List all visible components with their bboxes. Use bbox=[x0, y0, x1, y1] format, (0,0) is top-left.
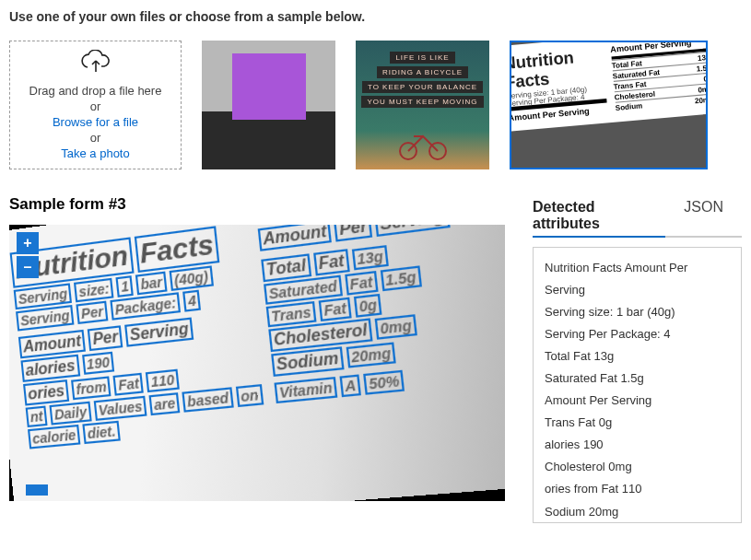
ocr-token: 4 bbox=[183, 290, 202, 312]
ocr-token: diet. bbox=[83, 421, 121, 444]
sticky-note-icon bbox=[232, 53, 306, 120]
ocr-token: Daily bbox=[50, 402, 92, 426]
poster-line: RIDING A BICYCLE bbox=[377, 66, 468, 78]
ocr-token: (40g) bbox=[170, 265, 214, 291]
detected-line: Amount Per Serving bbox=[545, 390, 730, 412]
detected-line: Cholesterol 0mg bbox=[545, 456, 730, 478]
ocr-token: 1 bbox=[116, 275, 134, 298]
ocr-token: from bbox=[71, 376, 111, 400]
or-text-1: or bbox=[90, 99, 101, 113]
upload-row: Drag and drop a file here or Browse for … bbox=[9, 41, 742, 169]
sample-thumbnail-3[interactable]: Nutrition Facts Serving size: 1 bar (40g… bbox=[510, 41, 708, 169]
ocr-token: 190 bbox=[82, 352, 114, 375]
nutrition-label-thumb: Nutrition Facts Serving size: 1 bar (40g… bbox=[510, 41, 708, 132]
ocr-token: Amount bbox=[258, 225, 333, 251]
detected-line: Serving Per Package: 4 bbox=[545, 323, 730, 345]
ocr-token: 20mg bbox=[346, 342, 396, 368]
ocr-token: 50% bbox=[363, 370, 405, 395]
ocr-token: calorie bbox=[28, 425, 80, 449]
sample-thumbnail-1[interactable] bbox=[202, 41, 335, 169]
browse-link[interactable]: Browse for a file bbox=[53, 115, 138, 129]
ocr-token: based bbox=[182, 387, 234, 412]
ocr-token: are bbox=[149, 392, 181, 415]
ocr-token: Sodium bbox=[271, 346, 344, 377]
detected-line: Sodium 20mg bbox=[545, 501, 730, 523]
zoom-out-button[interactable]: – bbox=[17, 256, 39, 278]
detected-line: Trans Fat 0g bbox=[545, 412, 730, 434]
ocr-token: Per bbox=[334, 225, 372, 242]
ocr-token: Serving bbox=[16, 305, 75, 332]
detected-line: Saturated Fat 1.5g bbox=[545, 368, 730, 390]
ocr-token: on bbox=[236, 384, 264, 407]
ocr-token: Fat bbox=[113, 373, 144, 396]
poster-line: TO KEEP YOUR BALANCE bbox=[362, 81, 483, 93]
ocr-token: Serving bbox=[374, 225, 450, 237]
cloud-upload-icon bbox=[79, 50, 112, 76]
ocr-token: nt bbox=[26, 405, 48, 427]
bicycle-icon bbox=[395, 127, 451, 160]
ocr-token: Vitamin bbox=[274, 377, 337, 403]
or-text-2: or bbox=[90, 131, 101, 145]
form-title: Sample form #3 bbox=[9, 195, 505, 214]
detected-line: Serving size: 1 bar (40g) bbox=[545, 301, 730, 323]
detected-line: ories from Fat 110 bbox=[545, 478, 730, 500]
tab-detected-attributes[interactable]: Detected attributes bbox=[533, 195, 665, 238]
ocr-token: 0g bbox=[354, 294, 382, 318]
poster-line: YOU MUST KEEP MOVING bbox=[361, 96, 483, 108]
ocr-token: Per bbox=[76, 301, 109, 324]
detected-line: alories 190 bbox=[545, 434, 730, 456]
ocr-overlay: NutritionFacts Servingsize:1bar(40g) Ser… bbox=[9, 225, 505, 501]
instruction-text: Use one of your own files or choose from… bbox=[9, 9, 742, 24]
tab-json[interactable]: JSON bbox=[684, 195, 723, 236]
image-preview[interactable]: + – NutritionFacts Servingsize:1bar(40g)… bbox=[9, 225, 505, 501]
take-photo-link[interactable]: Take a photo bbox=[61, 146, 129, 160]
minimap-indicator bbox=[26, 484, 48, 496]
ocr-token: Fat bbox=[345, 271, 378, 296]
ocr-token: 0mg bbox=[375, 314, 417, 340]
detected-line: Total Fat 13g bbox=[545, 345, 730, 368]
dropzone[interactable]: Drag and drop a file here or Browse for … bbox=[9, 41, 182, 169]
ocr-token: Values bbox=[93, 396, 147, 421]
ocr-token: 13g bbox=[351, 245, 388, 270]
ocr-token: ories bbox=[23, 379, 69, 405]
ocr-token: A bbox=[340, 374, 362, 397]
detected-attributes-panel: Nutrition Facts Amount Per ServingServin… bbox=[533, 247, 742, 523]
result-tabs: Detected attributes JSON bbox=[533, 195, 742, 238]
ocr-token: Fat bbox=[313, 249, 350, 275]
ocr-token: Per bbox=[88, 325, 123, 351]
zoom-in-button[interactable]: + bbox=[17, 232, 39, 254]
poster-line: LIFE IS LIKE bbox=[390, 52, 454, 64]
ocr-token: 1.5g bbox=[380, 265, 421, 291]
detected-line: Nutrition Facts Amount Per Serving bbox=[545, 257, 730, 301]
ocr-token: 110 bbox=[146, 369, 179, 392]
drag-text: Drag and drop a file here bbox=[29, 84, 162, 98]
ocr-token: Fat bbox=[319, 298, 352, 321]
zoom-controls: + – bbox=[17, 232, 39, 280]
ocr-token: bar bbox=[135, 272, 167, 296]
sample-thumbnail-2[interactable]: LIFE IS LIKE RIDING A BICYCLE TO KEEP YO… bbox=[356, 41, 489, 169]
